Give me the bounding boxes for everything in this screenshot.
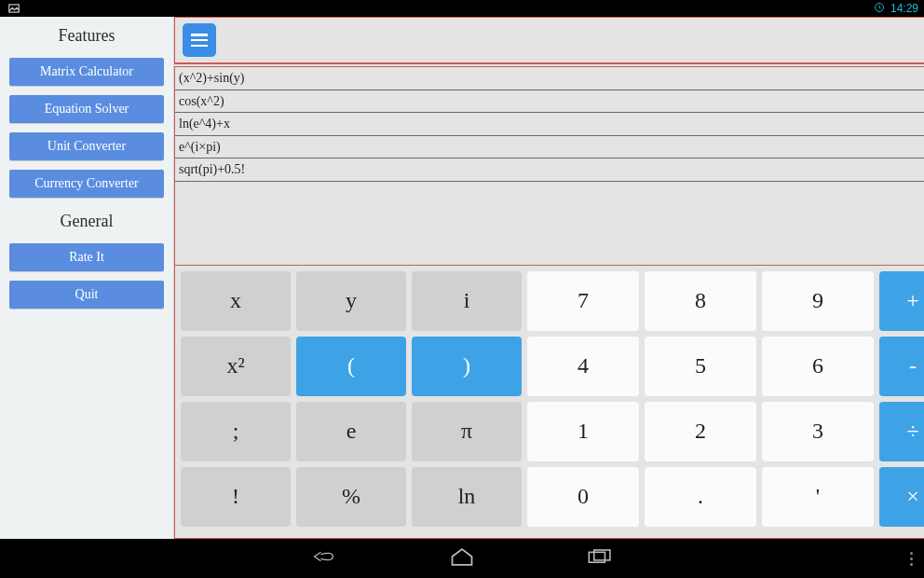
quit-button[interactable]: Quit [9, 281, 164, 309]
key-8[interactable]: 8 [645, 271, 756, 331]
key-factorial[interactable]: ! [181, 467, 291, 527]
key-i[interactable]: i [412, 271, 522, 331]
key-y[interactable]: y [296, 271, 406, 331]
matrix-calculator-button[interactable]: Matrix Calculator [9, 58, 164, 86]
key-multiply[interactable]: × [879, 467, 924, 527]
currency-converter-button[interactable]: Currency Converter [9, 170, 164, 198]
features-heading: Features [59, 26, 116, 46]
unit-converter-button[interactable]: Unit Converter [9, 132, 164, 160]
key-0[interactable]: 0 [527, 467, 639, 527]
nav-back-button[interactable] [311, 544, 337, 573]
key-x-squared[interactable]: x² [181, 337, 291, 396]
main-pane: (x^2)+sin(y) cos(x^2) ln(e^4)+x e^(i×pi)… [174, 17, 924, 539]
android-nav-bar [0, 539, 924, 578]
hamburger-icon [191, 34, 208, 47]
key-2[interactable]: 2 [645, 402, 756, 461]
clock-icon [874, 2, 885, 16]
keypad: x y i 7 8 9 + x² ( ) 4 5 6 - ; e π 1 2 3… [174, 266, 924, 539]
app-container: Features Matrix Calculator Equation Solv… [0, 17, 924, 539]
key-x[interactable]: x [181, 271, 291, 331]
android-status-bar: 14:29 [0, 0, 924, 17]
history-item[interactable]: sqrt(pi)+0.5! [175, 158, 924, 182]
key-divide[interactable]: ÷ [879, 402, 924, 461]
key-6[interactable]: 6 [762, 337, 874, 396]
key-e[interactable]: e [296, 402, 406, 461]
key-3[interactable]: 3 [762, 402, 874, 461]
key-close-paren[interactable]: ) [412, 337, 522, 396]
input-bar [174, 17, 924, 63]
key-5[interactable]: 5 [645, 337, 756, 396]
nav-overflow-button[interactable] [910, 549, 913, 569]
key-1[interactable]: 1 [527, 402, 639, 461]
key-percent[interactable]: % [296, 467, 406, 527]
rate-it-button[interactable]: Rate It [9, 243, 164, 271]
key-dot[interactable]: . [645, 467, 756, 527]
status-time: 14:29 [890, 2, 918, 15]
key-4[interactable]: 4 [527, 337, 639, 396]
nav-recent-button[interactable] [587, 544, 613, 573]
history-item[interactable]: (x^2)+sin(y) [175, 67, 924, 90]
key-open-paren[interactable]: ( [296, 337, 406, 396]
key-ln[interactable]: ln [412, 467, 522, 527]
history-list: (x^2)+sin(y) cos(x^2) ln(e^4)+x e^(i×pi)… [174, 67, 924, 182]
general-heading: General [61, 212, 114, 231]
nav-home-button[interactable] [449, 544, 475, 573]
key-9[interactable]: 9 [762, 271, 874, 331]
key-minus[interactable]: - [879, 337, 924, 396]
key-apostrophe[interactable]: ' [762, 467, 874, 527]
key-semicolon[interactable]: ; [181, 402, 291, 461]
history-item[interactable]: e^(i×pi) [175, 136, 924, 159]
key-7[interactable]: 7 [527, 271, 639, 331]
menu-button[interactable] [183, 23, 216, 57]
key-pi[interactable]: π [412, 402, 522, 461]
screenshot-icon [7, 2, 20, 18]
history-item[interactable]: ln(e^4)+x [175, 113, 924, 136]
history-empty-area [174, 182, 924, 266]
equation-solver-button[interactable]: Equation Solver [9, 95, 164, 123]
history-item[interactable]: cos(x^2) [175, 90, 924, 114]
sidebar: Features Matrix Calculator Equation Solv… [0, 17, 174, 539]
key-plus[interactable]: + [879, 271, 924, 331]
